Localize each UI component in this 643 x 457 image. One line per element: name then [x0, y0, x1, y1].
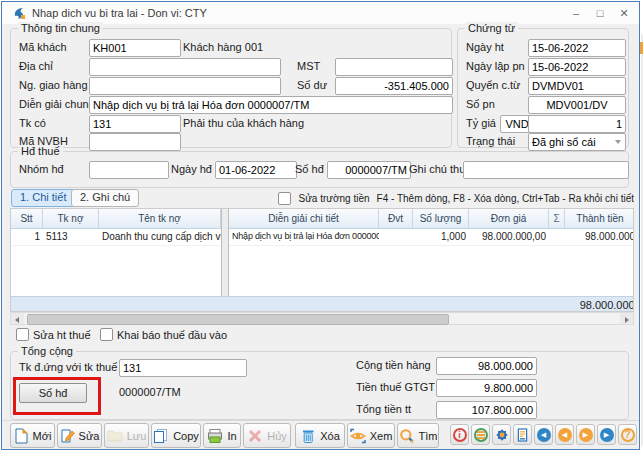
- delete-button[interactable]: Xóa: [295, 423, 345, 448]
- mst-input[interactable]: [335, 58, 453, 76]
- col-stt[interactable]: Stt: [11, 209, 43, 228]
- created-date-input[interactable]: 15-06-2022: [528, 58, 626, 76]
- invoice-number-button[interactable]: Số hđ: [19, 383, 87, 403]
- previous-record-icon: ◀: [558, 428, 572, 442]
- description-input[interactable]: Nhập dịch vụ bị trả lại Hóa đơn 0000007/…: [89, 96, 453, 114]
- col-don-gia[interactable]: Đơn giá: [469, 209, 549, 228]
- general-info-legend: Thông tin chung: [18, 22, 103, 34]
- last-record-icon: ▶: [600, 428, 614, 442]
- help-button[interactable]: ?: [618, 424, 637, 445]
- previous-record-button[interactable]: ◀: [555, 424, 574, 445]
- scroll-right-button[interactable]: [620, 313, 633, 324]
- deliverer-input[interactable]: [89, 77, 281, 95]
- voucher-legend: Chứng từ: [465, 22, 518, 34]
- voucher-no-input[interactable]: MDV001/DV: [528, 96, 626, 114]
- salesman-input[interactable]: [89, 133, 181, 151]
- status-label: Trạng thái: [466, 135, 515, 147]
- report-icon: [515, 427, 530, 443]
- col-ten-tk-no[interactable]: Tên tk nợ: [99, 209, 221, 228]
- help-icon: ?: [621, 428, 635, 442]
- general-info-group: Thông tin chung Mã khách KH001 Khách hàn…: [10, 28, 452, 148]
- last-record-button[interactable]: ▶: [597, 424, 616, 445]
- goods-total-label: Cộng tiền hàng: [356, 359, 431, 371]
- view-button[interactable]: Xem: [347, 423, 395, 448]
- edit-money-checkbox[interactable]: [278, 192, 291, 205]
- detail-grid: Stt Tk nợ Tên tk nợ Diễn giải chi tiết Đ…: [10, 208, 634, 312]
- balance-label: Số dư: [297, 79, 327, 91]
- cell-sigma-spacer: [549, 228, 565, 245]
- scroll-left-button[interactable]: [11, 313, 24, 324]
- customer-name-text: Khách hàng 001: [183, 41, 263, 53]
- edit-button[interactable]: Sửa: [57, 423, 102, 448]
- info-button[interactable]: i: [450, 424, 469, 445]
- input-tax-declare-label: Khai báo thuế đầu vào: [117, 329, 227, 341]
- list-bars: [477, 434, 485, 436]
- col-so-luong[interactable]: Số lượng: [413, 209, 469, 228]
- tab-note[interactable]: 2. Ghi chú: [71, 189, 139, 207]
- invoice-group-label: Nhóm hđ: [19, 163, 64, 175]
- save-button[interactable]: Lưu: [104, 423, 149, 448]
- cancel-button[interactable]: Hủy: [243, 423, 291, 448]
- col-thanh-tien[interactable]: Thành tiền: [565, 209, 634, 228]
- credit-account-input[interactable]: 131: [89, 115, 181, 133]
- scroll-right-icon: [625, 317, 629, 323]
- col-sigma[interactable]: Σ: [549, 209, 565, 228]
- report-button[interactable]: [513, 424, 532, 445]
- col-dvt[interactable]: Đvt: [379, 209, 413, 228]
- maximize-button[interactable]: □: [589, 4, 611, 22]
- address-input[interactable]: [89, 58, 281, 76]
- grid-shortcut-hint: F4 - Thêm dòng, F8 - Xóa dòng, Ctrl+Tab …: [377, 193, 634, 204]
- first-record-button[interactable]: ◀: [534, 424, 553, 445]
- copy-button[interactable]: Copy: [151, 423, 201, 448]
- cell-dien-giai: Nhập dịch vụ bị trả lại Hóa đơn 0000007/: [229, 228, 379, 245]
- new-document-icon: [14, 428, 29, 444]
- posting-date-input[interactable]: 15-06-2022: [528, 39, 626, 57]
- cell-tk-no: 5113: [43, 228, 99, 245]
- gear-icon: [494, 427, 510, 443]
- find-button[interactable]: Tìm: [397, 423, 439, 448]
- minimize-button[interactable]: –: [565, 4, 587, 22]
- edit-money-label: Sửa trường tiền: [298, 193, 369, 204]
- screen: Nhap dich vu bi tra lai - Don vi: CTY – …: [0, 0, 643, 457]
- table-row[interactable]: 1 5113 Doanh thu cung cấp dịch vụ Nhập d…: [11, 228, 634, 246]
- col-tk-no[interactable]: Tk nợ: [43, 209, 99, 228]
- grid-hscrollbar[interactable]: [10, 312, 634, 325]
- exchange-rate-input[interactable]: 1: [528, 115, 626, 133]
- chevron-down-icon: [615, 140, 621, 144]
- trash-icon: [300, 428, 316, 444]
- grid-total-row: 98.000.000,00: [11, 296, 634, 312]
- first-record-icon: ◀: [537, 428, 551, 442]
- status-value: Đã ghi sổ cái: [532, 136, 596, 148]
- print-button[interactable]: In: [203, 423, 241, 448]
- input-tax-declare-checkbox[interactable]: [100, 328, 113, 341]
- book-label: Quyển c.từ: [466, 79, 520, 91]
- new-button[interactable]: Mới: [10, 423, 55, 448]
- customer-code-label: Mã khách: [19, 41, 67, 53]
- exchange-rate-label: Tỷ giá: [466, 117, 496, 129]
- book-input[interactable]: DVMDV01: [528, 77, 626, 95]
- col-dien-giai[interactable]: Diễn giải chi tiết: [229, 209, 379, 228]
- cancel-icon: [247, 428, 263, 444]
- offset-account-input[interactable]: 131: [119, 359, 247, 377]
- description-label: Diễn giải chung: [19, 98, 95, 110]
- next-record-button[interactable]: ▶: [576, 424, 595, 445]
- invoice-group-input[interactable]: [89, 161, 169, 179]
- tax-note-input[interactable]: [463, 161, 629, 179]
- list-button[interactable]: [471, 424, 490, 445]
- offset-account-label: Tk đ.ứng với tk thuế: [19, 361, 117, 373]
- edit-icon: [60, 428, 75, 444]
- scrollbar-thumb[interactable]: [27, 314, 449, 325]
- close-button[interactable]: ✕: [613, 4, 635, 22]
- edit-tax-total-checkbox[interactable]: [16, 328, 29, 341]
- toolbar-divider: [2, 420, 639, 421]
- copy-icon: [153, 428, 169, 444]
- invoice-date-input[interactable]: 01-06-2022: [215, 161, 297, 179]
- status-dropdown[interactable]: Đã ghi sổ cái: [528, 133, 626, 151]
- tab-detail[interactable]: 1. Chi tiết: [11, 189, 75, 207]
- cell-ten-tk-no: Doanh thu cung cấp dịch vụ: [99, 228, 221, 245]
- voucher-no-label: Số pn: [466, 98, 495, 110]
- cell-thanh-tien: 98.000.000,00: [565, 228, 634, 245]
- settings-button[interactable]: [492, 424, 511, 445]
- customer-code-input[interactable]: KH001: [89, 39, 181, 57]
- invoice-no-input[interactable]: 0000007/TM: [327, 161, 411, 179]
